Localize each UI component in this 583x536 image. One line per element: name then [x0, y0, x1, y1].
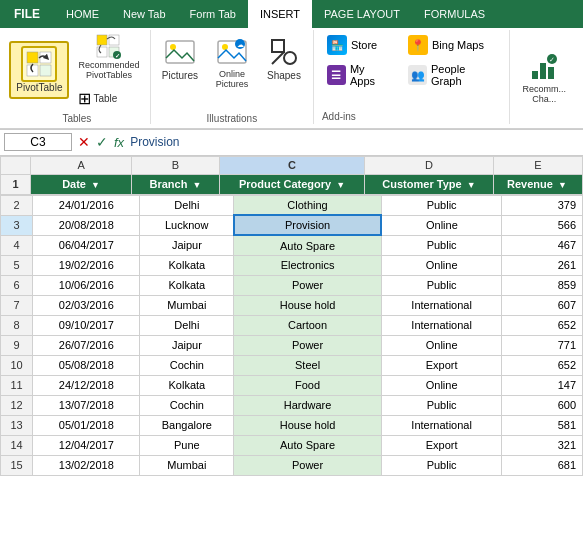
cell-product-category[interactable]: Power: [234, 275, 382, 295]
cell-product-category[interactable]: Power: [234, 335, 382, 355]
data-table: A B C D E 1 Date ▼ Branch ▼ Product Cate…: [0, 156, 583, 195]
cell-revenue[interactable]: 607: [502, 295, 583, 315]
cell-revenue[interactable]: 261: [502, 255, 583, 275]
cell-branch[interactable]: Bangalore: [140, 415, 234, 435]
cell-date[interactable]: 26/07/2016: [33, 335, 140, 355]
cell-branch[interactable]: Cochin: [140, 355, 234, 375]
cell-revenue[interactable]: 859: [502, 275, 583, 295]
cell-customer-type[interactable]: Online: [381, 255, 502, 275]
cell-date[interactable]: 12/04/2017: [33, 435, 140, 455]
cell-date[interactable]: 19/02/2016: [33, 255, 140, 275]
formula-bar: ✕ ✓ fx: [0, 130, 583, 156]
cell-date[interactable]: 24/12/2018: [33, 375, 140, 395]
cell-product-category[interactable]: Cartoon: [234, 315, 382, 335]
store-button[interactable]: 🏪 Store: [322, 32, 395, 58]
online-pictures-button[interactable]: ☁ OnlinePictures: [208, 30, 256, 94]
cell-date[interactable]: 10/06/2016: [33, 275, 140, 295]
cell-revenue[interactable]: 581: [502, 415, 583, 435]
cell-date[interactable]: 20/08/2018: [33, 215, 140, 235]
tab-file[interactable]: FILE: [0, 0, 54, 28]
cell-revenue[interactable]: 379: [502, 195, 583, 215]
cell-revenue[interactable]: 566: [502, 215, 583, 235]
cell-customer-type[interactable]: Public: [381, 455, 502, 475]
pictures-button[interactable]: Pictures: [156, 30, 204, 86]
cell-date[interactable]: 13/07/2018: [33, 395, 140, 415]
cell-product-category[interactable]: House hold: [234, 295, 382, 315]
cell-product-category[interactable]: Auto Spare: [234, 235, 382, 255]
cell-customer-type[interactable]: International: [381, 415, 502, 435]
table-row: 320/08/2018LucknowProvisionOnline566: [1, 215, 583, 235]
cell-revenue[interactable]: 652: [502, 315, 583, 335]
cell-date[interactable]: 05/01/2018: [33, 415, 140, 435]
people-graph-button[interactable]: 👥 People Graph: [403, 60, 501, 90]
cell-revenue[interactable]: 771: [502, 335, 583, 355]
cell-customer-type[interactable]: Online: [381, 335, 502, 355]
shapes-button[interactable]: Shapes: [260, 30, 308, 86]
cell-customer-type[interactable]: Public: [381, 235, 502, 255]
recommended-charts-button[interactable]: ✓ Recomm...Cha...: [517, 45, 573, 109]
cell-customer-type[interactable]: Public: [381, 275, 502, 295]
bing-maps-button[interactable]: 📍 Bing Maps: [403, 32, 501, 58]
myapps-button[interactable]: ☰ My Apps: [322, 60, 395, 90]
cancel-formula-button[interactable]: ✕: [76, 134, 92, 150]
cell-product-category[interactable]: Electronics: [234, 255, 382, 275]
col-header-b[interactable]: B: [131, 156, 219, 174]
col-header-e[interactable]: E: [493, 156, 582, 174]
cell-customer-type[interactable]: International: [381, 315, 502, 335]
cell-branch[interactable]: Mumbai: [140, 455, 234, 475]
cell-branch[interactable]: Lucknow: [140, 215, 234, 235]
cell-date[interactable]: 24/01/2016: [33, 195, 140, 215]
cell-date[interactable]: 02/03/2016: [33, 295, 140, 315]
cell-customer-type[interactable]: Public: [381, 195, 502, 215]
cell-date[interactable]: 05/08/2018: [33, 355, 140, 375]
cell-branch[interactable]: Delhi: [140, 315, 234, 335]
cell-customer-type[interactable]: Online: [381, 375, 502, 395]
cell-branch[interactable]: Kolkata: [140, 255, 234, 275]
col-header-d[interactable]: D: [365, 156, 494, 174]
cell-branch[interactable]: Pune: [140, 435, 234, 455]
col-header-c[interactable]: C: [220, 156, 365, 174]
cell-revenue[interactable]: 681: [502, 455, 583, 475]
pivottable-button[interactable]: PivotTable: [9, 41, 69, 99]
tab-pagelayout[interactable]: PAGE LAYOUT: [312, 0, 412, 28]
cell-branch[interactable]: Delhi: [140, 195, 234, 215]
cell-branch[interactable]: Jaipur: [140, 335, 234, 355]
cell-product-category[interactable]: Steel: [234, 355, 382, 375]
recommended-pivot-button[interactable]: ✓ RecommendedPivotTables: [73, 30, 144, 84]
col-header-a[interactable]: A: [31, 156, 132, 174]
cell-customer-type[interactable]: International: [381, 295, 502, 315]
tab-home[interactable]: HOME: [54, 0, 111, 28]
cell-product-category[interactable]: Food: [234, 375, 382, 395]
cell-branch[interactable]: Kolkata: [140, 375, 234, 395]
name-box[interactable]: [4, 133, 72, 151]
cell-product-category[interactable]: Hardware: [234, 395, 382, 415]
cell-branch[interactable]: Cochin: [140, 395, 234, 415]
formula-input[interactable]: [130, 135, 579, 149]
cell-revenue[interactable]: 467: [502, 235, 583, 255]
cell-customer-type[interactable]: Export: [381, 355, 502, 375]
cell-revenue[interactable]: 147: [502, 375, 583, 395]
cell-product-category[interactable]: Power: [234, 455, 382, 475]
cell-customer-type[interactable]: Online: [381, 215, 502, 235]
cell-customer-type[interactable]: Export: [381, 435, 502, 455]
cell-branch[interactable]: Jaipur: [140, 235, 234, 255]
cell-revenue[interactable]: 652: [502, 355, 583, 375]
cell-date[interactable]: 13/02/2018: [33, 455, 140, 475]
tab-formulas[interactable]: FORMULAS: [412, 0, 497, 28]
cell-product-category[interactable]: House hold: [234, 415, 382, 435]
cell-product-category[interactable]: Auto Spare: [234, 435, 382, 455]
cell-product-category[interactable]: Clothing: [234, 195, 382, 215]
cell-date[interactable]: 06/04/2017: [33, 235, 140, 255]
cell-customer-type[interactable]: Public: [381, 395, 502, 415]
cell-product-category[interactable]: Provision: [234, 215, 382, 235]
cell-date[interactable]: 09/10/2017: [33, 315, 140, 335]
confirm-formula-button[interactable]: ✓: [94, 134, 110, 150]
cell-branch[interactable]: Kolkata: [140, 275, 234, 295]
tab-newtab[interactable]: New Tab: [111, 0, 178, 28]
cell-branch[interactable]: Mumbai: [140, 295, 234, 315]
cell-revenue[interactable]: 321: [502, 435, 583, 455]
tab-formtab[interactable]: Form Tab: [178, 0, 248, 28]
table-button[interactable]: ⊞ Table: [73, 86, 144, 111]
tab-insert[interactable]: INSERT: [248, 0, 312, 28]
cell-revenue[interactable]: 600: [502, 395, 583, 415]
